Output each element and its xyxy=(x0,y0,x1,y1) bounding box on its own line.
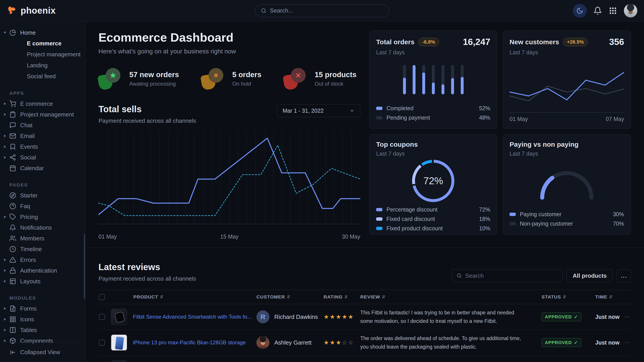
column-header-customer[interactable]: CUSTOMER⇵ xyxy=(254,294,319,300)
reviews-table: PRODUCT⇵ CUSTOMER⇵ RATING⇵ REVIEW⇵ STATU… xyxy=(98,290,631,362)
sidebar-item-members[interactable]: Members xyxy=(0,233,85,244)
reviews-search-input[interactable] xyxy=(465,272,558,279)
legend-item: Paying customer30% xyxy=(510,210,624,219)
bell-icon[interactable] xyxy=(594,6,602,15)
sidebar-item-notifications[interactable]: Notifications xyxy=(0,222,85,233)
sidebar-item-social-feed[interactable]: Social feed xyxy=(0,71,85,82)
card-title: New customers xyxy=(510,38,559,46)
legend-label: Non-paying customer xyxy=(520,220,609,227)
star-icon: ★ xyxy=(336,314,342,320)
sidebar-item-landing[interactable]: Landing xyxy=(0,60,85,71)
legend-swatch xyxy=(376,107,382,110)
sidebar-item-layouts[interactable]: Layouts xyxy=(0,276,85,287)
caret-right-icon xyxy=(4,269,6,272)
customers-x-labels: 01 May 07 May xyxy=(510,116,624,122)
row-checkbox[interactable] xyxy=(99,314,105,320)
sidebar-item-email[interactable]: Email xyxy=(0,131,85,141)
row-menu-icon[interactable]: ⋯ xyxy=(624,340,631,346)
sidebar-item-chat[interactable]: Chat xyxy=(0,120,85,131)
column-header-review[interactable]: REVIEW⇵ xyxy=(355,294,536,300)
orders-legend: Completed52%Pending payment48% xyxy=(376,103,490,122)
card-title: Top coupons xyxy=(376,141,418,148)
total-sells-title: Total sells xyxy=(98,104,196,114)
caret-right-icon xyxy=(4,307,6,310)
theme-toggle-button[interactable] xyxy=(573,4,587,18)
caret-right-icon xyxy=(4,340,6,342)
paying-gauge-chart xyxy=(534,166,599,201)
sidebar-item-tables[interactable]: Tables xyxy=(0,325,85,335)
customer-avatar[interactable] xyxy=(256,336,270,349)
legend-label: Paying customer xyxy=(520,211,609,218)
sidebar-item-icons[interactable]: Icons xyxy=(0,314,85,325)
column-header-status[interactable]: STATUS⇵ xyxy=(536,294,588,300)
date-range-select[interactable]: Mar 1 - 31, 2022 xyxy=(277,104,360,117)
sidebar-item-calendar[interactable]: Calendar xyxy=(0,163,85,174)
sidebar-scrollbar[interactable] xyxy=(84,234,85,299)
stat-label: Out of stock xyxy=(314,81,356,87)
product-thumbnail[interactable] xyxy=(111,360,127,362)
sidebar-item-social[interactable]: Social xyxy=(0,152,85,163)
product-link[interactable]: Fitbit Sense Advanced Smartwatch with To… xyxy=(133,314,252,320)
more-options-button[interactable]: ... xyxy=(617,269,631,282)
customers-line-chart xyxy=(510,58,624,113)
legend-value: 10% xyxy=(479,225,490,232)
sidebar-item-project-management[interactable]: Project management xyxy=(0,109,85,120)
sidebar-section-label: PAGES xyxy=(0,180,85,190)
compass-icon xyxy=(10,192,16,199)
legend-value: 48% xyxy=(479,114,490,121)
sidebar-item-forms[interactable]: Forms xyxy=(0,303,85,314)
legend-label: Percentage discount xyxy=(386,206,475,213)
legend-value: 18% xyxy=(479,216,490,222)
row-menu-icon[interactable]: ⋯ xyxy=(624,314,631,320)
stat-value: 57 new orders xyxy=(129,70,179,79)
product-link[interactable]: iPhone 13 pro max-Pacific Blue-128GB sto… xyxy=(133,340,246,346)
sidebar-item-home[interactable]: Home xyxy=(0,27,85,38)
legend-value: 30% xyxy=(613,211,624,218)
stat-value: 5 orders xyxy=(232,70,261,79)
user-avatar[interactable] xyxy=(624,4,637,17)
sidebar-item-events[interactable]: Events xyxy=(0,141,85,152)
all-products-button[interactable]: All products xyxy=(566,269,613,282)
sidebar-item-starter[interactable]: Starter xyxy=(0,190,85,201)
sidebar-item-label: Layouts xyxy=(20,278,40,285)
brand-logo[interactable]: phoenix xyxy=(7,5,56,16)
sidebar-item-authentication[interactable]: Authentication xyxy=(0,265,85,276)
global-search-input[interactable] xyxy=(270,7,383,14)
column-header-rating[interactable]: RATING⇵ xyxy=(319,294,355,300)
sidebar-item-e-commerce[interactable]: E commerce xyxy=(0,38,85,49)
sidebar-item-label: Project management xyxy=(20,111,74,118)
legend-item: Non-paying customer70% xyxy=(510,219,624,228)
sidebar-section-label: MODULES xyxy=(0,293,85,303)
sidebar-item-label: E commerce xyxy=(20,100,53,107)
orders-value: 16,247 xyxy=(463,37,490,47)
customers-value: 356 xyxy=(609,37,624,47)
column-header-time[interactable]: TIME⇵ xyxy=(588,294,624,300)
stat-out-of-stock: 15 products Out of stock xyxy=(284,68,356,89)
reviews-search[interactable] xyxy=(452,269,562,282)
sidebar-item-timeline[interactable]: Timeline xyxy=(0,244,85,255)
caret-right-icon xyxy=(4,329,6,331)
apps-grid-icon[interactable] xyxy=(609,6,617,15)
sidebar-item-faq[interactable]: Faq xyxy=(0,201,85,212)
sidebar-item-project-management[interactable]: Project management xyxy=(0,49,85,60)
card-period: Last 7 days xyxy=(510,49,624,56)
sidebar-item-e-commerce[interactable]: E commerce xyxy=(0,98,85,109)
collapse-view-button[interactable]: Collapsed View xyxy=(0,342,85,362)
global-search[interactable] xyxy=(255,4,389,17)
out-of-stock-icon xyxy=(284,68,306,89)
customer-avatar[interactable]: R xyxy=(256,310,270,323)
column-header-product[interactable]: PRODUCT⇵ xyxy=(111,294,254,300)
sidebar-item-pricing[interactable]: Pricing xyxy=(0,212,85,222)
stat-label: Awating processing xyxy=(129,81,179,87)
sidebar-item-errors[interactable]: Errors xyxy=(0,255,85,265)
product-thumbnail[interactable] xyxy=(111,309,127,325)
status-badge: APPROVED ✓ xyxy=(542,338,581,347)
select-all-checkbox[interactable] xyxy=(99,294,105,300)
table-row: Fitbit Sense Advanced Smartwatch with To… xyxy=(98,304,631,330)
stat-on-hold: 5 orders On hold xyxy=(202,68,261,89)
sidebar-section-label: APPS xyxy=(0,88,85,98)
legend-swatch xyxy=(376,208,382,211)
on-hold-icon xyxy=(202,68,224,89)
product-thumbnail[interactable] xyxy=(111,335,127,351)
row-checkbox[interactable] xyxy=(99,340,105,346)
